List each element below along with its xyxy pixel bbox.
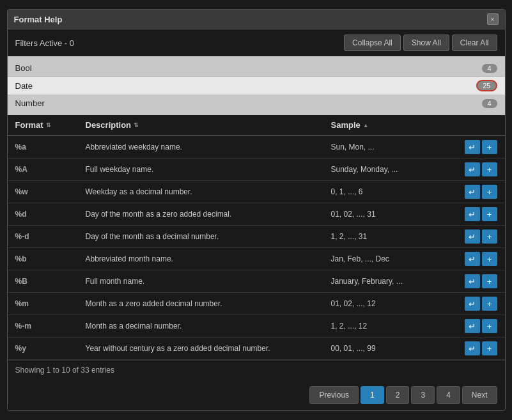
category-date-label: Date <box>15 81 33 91</box>
table-header: Format ⇅ Description ⇅ Sample ▲ <box>8 115 505 136</box>
insert-button-0[interactable]: ↵ <box>465 140 480 154</box>
insert-button-2[interactable]: ↵ <box>465 185 480 199</box>
cell-format: %w <box>15 187 86 196</box>
page-2-button[interactable]: 2 <box>386 386 410 404</box>
cell-sample: Jan, Feb, ..., Dec <box>331 254 459 263</box>
table-row: %d Day of the month as a zero added deci… <box>8 203 505 226</box>
clear-all-button[interactable]: Clear All <box>452 35 497 51</box>
insert-button-3[interactable]: ↵ <box>465 207 480 221</box>
col-format-sort-icon[interactable]: ⇅ <box>46 122 51 128</box>
cell-description: Weekday as a decimal number. <box>86 187 331 196</box>
table-row: %w Weekday as a decimal number. 0, 1, ..… <box>8 181 505 203</box>
collapse-all-button[interactable]: Collapse All <box>344 35 401 51</box>
cell-description: Abbreviated month name. <box>86 254 331 263</box>
insert-button-9[interactable]: ↵ <box>465 341 480 355</box>
table-row: %b Abbreviated month name. Jan, Feb, ...… <box>8 248 505 270</box>
col-format-label: Format <box>15 120 43 130</box>
page-1-button[interactable]: 1 <box>361 386 384 404</box>
cell-sample: 01, 02, ..., 12 <box>331 299 459 308</box>
format-help-dialog: Format Help × Filters Active - 0 Collaps… <box>7 9 506 411</box>
add-button-8[interactable]: + <box>482 319 497 333</box>
cell-actions: ↵ + <box>459 319 497 333</box>
cell-sample: Sunday, Monday, ... <box>331 165 459 174</box>
cell-format: %b <box>15 254 86 263</box>
page-3-button[interactable]: 3 <box>411 386 435 404</box>
cell-actions: ↵ + <box>459 162 497 176</box>
filter-bar: Filters Active - 0 Collapse All Show All… <box>8 29 505 56</box>
filters-active-label: Filters Active - 0 <box>15 38 74 48</box>
cell-actions: ↵ + <box>459 140 497 154</box>
insert-button-5[interactable]: ↵ <box>465 252 480 266</box>
cell-actions: ↵ + <box>459 229 497 244</box>
close-button[interactable]: × <box>487 13 499 25</box>
cell-format: %B <box>15 277 86 286</box>
category-bool[interactable]: Bool 4 <box>8 60 505 77</box>
cell-description: Day of the month as a zero added decimal… <box>86 210 331 219</box>
table-body: %a Abbreviated weekday name. Sun, Mon, .… <box>8 136 505 360</box>
insert-button-8[interactable]: ↵ <box>465 319 480 333</box>
col-actions <box>459 120 497 130</box>
cell-description: Abbreviated weekday name. <box>86 143 331 152</box>
cell-sample: 1, 2, ..., 31 <box>331 232 459 241</box>
cell-description: Full month name. <box>86 277 331 286</box>
cell-format: %d <box>15 210 86 219</box>
insert-button-1[interactable]: ↵ <box>465 162 480 176</box>
cell-actions: ↵ + <box>459 252 497 266</box>
cell-description: Month as a zero added decimal number. <box>86 299 331 308</box>
cell-format: %-m <box>15 322 86 331</box>
col-description-label: Description <box>86 120 132 130</box>
table-row: %y Year without century as a zero added … <box>8 338 505 360</box>
add-button-5[interactable]: + <box>482 252 497 266</box>
next-button[interactable]: Next <box>462 386 497 404</box>
cell-description: Month as a decimal number. <box>86 322 331 331</box>
cell-description: Full weekday name. <box>86 165 331 174</box>
cell-actions: ↵ + <box>459 185 497 199</box>
insert-button-4[interactable]: ↵ <box>465 229 480 244</box>
col-description-sort-icon[interactable]: ⇅ <box>134 122 139 128</box>
cell-actions: ↵ + <box>459 274 497 288</box>
category-date-count: 25 <box>476 80 497 91</box>
format-table: Format ⇅ Description ⇅ Sample ▲ %a Abbre… <box>8 115 505 360</box>
add-button-0[interactable]: + <box>482 140 497 154</box>
cell-actions: ↵ + <box>459 341 497 355</box>
cell-sample: 0, 1, ..., 6 <box>331 187 459 196</box>
page-4-button[interactable]: 4 <box>437 386 460 404</box>
cell-format: %m <box>15 299 86 308</box>
cell-format: %y <box>15 344 86 353</box>
add-button-4[interactable]: + <box>482 229 497 244</box>
insert-button-6[interactable]: ↵ <box>465 274 480 288</box>
add-button-6[interactable]: + <box>482 274 497 288</box>
previous-button[interactable]: Previous <box>309 386 359 404</box>
category-number[interactable]: Number 4 <box>8 95 505 111</box>
category-date[interactable]: Date 25 <box>8 77 505 95</box>
col-sample-sort-icon[interactable]: ▲ <box>363 122 369 128</box>
cell-sample: 01, 02, ..., 31 <box>331 210 459 219</box>
filter-button-group: Collapse All Show All Clear All <box>344 35 497 51</box>
category-list: Bool 4 Date 25 Number 4 <box>8 56 505 115</box>
cell-actions: ↵ + <box>459 297 497 311</box>
cell-format: %a <box>15 143 86 152</box>
table-row: %m Month as a zero added decimal number.… <box>8 293 505 315</box>
category-number-label: Number <box>15 98 45 108</box>
title-bar: Format Help × <box>8 10 505 29</box>
add-button-7[interactable]: + <box>482 297 497 311</box>
add-button-1[interactable]: + <box>482 162 497 176</box>
add-button-9[interactable]: + <box>482 341 497 355</box>
footer-info: Showing 1 to 10 of 33 entries <box>8 360 505 380</box>
col-sample: Sample ▲ <box>331 120 459 130</box>
add-button-3[interactable]: + <box>482 207 497 221</box>
cell-sample: 1, 2, ..., 12 <box>331 322 459 331</box>
show-all-button[interactable]: Show All <box>403 35 449 51</box>
add-button-2[interactable]: + <box>482 185 497 199</box>
cell-format: %-d <box>15 232 86 241</box>
category-bool-label: Bool <box>15 63 32 73</box>
table-row: %B Full month name. January, February, .… <box>8 270 505 293</box>
table-row: %-d Day of the month as a decimal number… <box>8 226 505 248</box>
category-bool-count: 4 <box>482 64 497 73</box>
showing-label: Showing 1 to 10 of 33 entries <box>15 366 114 375</box>
cell-actions: ↵ + <box>459 207 497 221</box>
pagination: Previous 1 2 3 4 Next <box>8 380 505 410</box>
cell-sample: 00, 01, ..., 99 <box>331 344 459 353</box>
insert-button-7[interactable]: ↵ <box>465 297 480 311</box>
table-row: %-m Month as a decimal number. 1, 2, ...… <box>8 315 505 338</box>
